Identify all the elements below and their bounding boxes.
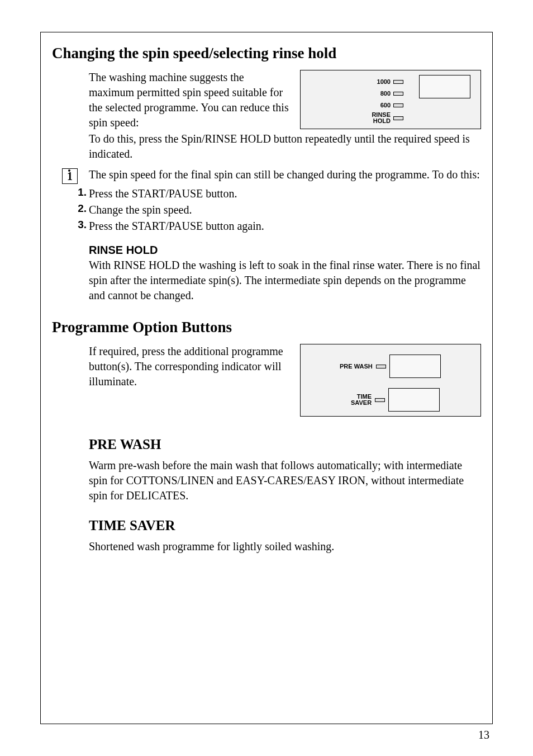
spin-panel-inner: 1000 800 600 RINSE HOLD: [307, 76, 474, 125]
option-row-prewash: PRE WASH: [340, 355, 441, 378]
led-icon: [375, 398, 385, 402]
info-icon-dot: [68, 169, 70, 172]
spin-row-600: 600: [307, 100, 408, 111]
section-options: Programme Option Buttons If required, pr…: [52, 319, 481, 417]
option-button-prewash: [389, 355, 441, 378]
spin-steps-list: 1. Press the START/PAUSE button. 2. Chan…: [72, 186, 481, 234]
step-number-3: 3.: [72, 219, 87, 231]
options-text-col: If required, press the additional progra…: [89, 344, 300, 389]
info-text: The spin speed for the final spin can st…: [89, 167, 481, 182]
step-text-2: Change the spin speed.: [89, 202, 192, 218]
rinse-hold-label: RINSE HOLD: [89, 244, 481, 257]
option-button-timesaver: [388, 388, 440, 412]
led-icon: [376, 365, 386, 368]
list-item: 1. Press the START/PAUSE button.: [72, 186, 481, 201]
spin-label-hold: HOLD: [373, 117, 391, 124]
list-item: 3. Press the START/PAUSE button again.: [72, 219, 481, 234]
options-panel-illustration: PRE WASH TIME SAVER: [300, 344, 481, 417]
info-icon: 1: [62, 168, 78, 184]
spin-label-800: 800: [380, 91, 391, 97]
info-icon-letter: 1: [67, 170, 73, 183]
heading-prewash: PRE WASH: [89, 437, 481, 452]
info-row: 1 The spin speed for the final spin can …: [52, 167, 481, 184]
spin-para-2: To do this, press the Spin/RINSE HOLD bu…: [89, 131, 481, 162]
timesaver-text: Shortened wash programme for lightly soi…: [89, 539, 481, 554]
spin-panel-illustration: 1000 800 600 RINSE HOLD: [300, 70, 481, 129]
heading-spin-speed: Changing the spin speed/selecting rinse …: [52, 45, 481, 62]
options-para: If required, press the additional progra…: [89, 344, 290, 389]
spin-intro-text-col: The washing machine suggests the maximum…: [89, 70, 300, 130]
prewash-text: Warm pre-wash before the main wash that …: [89, 458, 481, 503]
option-label-prewash: PRE WASH: [340, 363, 373, 370]
option-label-saver: SAVER: [351, 399, 372, 406]
step-number-1: 1.: [72, 186, 87, 199]
led-icon: [393, 92, 403, 96]
option-row-timesaver: TIME SAVER: [351, 388, 440, 412]
spin-label-600: 600: [380, 102, 391, 108]
led-icon: [393, 116, 403, 120]
spin-label-rinsehold: RINSE HOLD: [372, 112, 391, 124]
spin-intro-row: The washing machine suggests the maximum…: [89, 70, 481, 130]
page-number: 13: [478, 729, 489, 741]
option-label-timesaver: TIME SAVER: [351, 394, 372, 406]
step-text-1: Press the START/PAUSE button.: [89, 186, 237, 201]
list-item: 2. Change the spin speed.: [72, 202, 481, 218]
page-frame: Changing the spin speed/selecting rinse …: [40, 32, 493, 724]
spin-row-rinsehold: RINSE HOLD: [307, 111, 408, 125]
led-icon: [393, 80, 403, 84]
led-icon: [393, 103, 403, 107]
spin-row-800: 800: [307, 88, 408, 99]
spin-para-1: The washing machine suggests the maximum…: [89, 70, 290, 130]
rinse-hold-text: With RINSE HOLD the washing is left to s…: [89, 258, 481, 303]
step-text-3: Press the START/PAUSE button again.: [89, 219, 264, 234]
heading-timesaver: TIME SAVER: [89, 518, 481, 533]
heading-programme-options: Programme Option Buttons: [52, 319, 481, 336]
page-content: Changing the spin speed/selecting rinse …: [41, 32, 492, 565]
options-intro-row: If required, press the additional progra…: [89, 344, 481, 417]
spin-label-1000: 1000: [377, 79, 391, 85]
spin-row-1000: 1000: [307, 76, 408, 87]
step-number-2: 2.: [72, 202, 87, 215]
